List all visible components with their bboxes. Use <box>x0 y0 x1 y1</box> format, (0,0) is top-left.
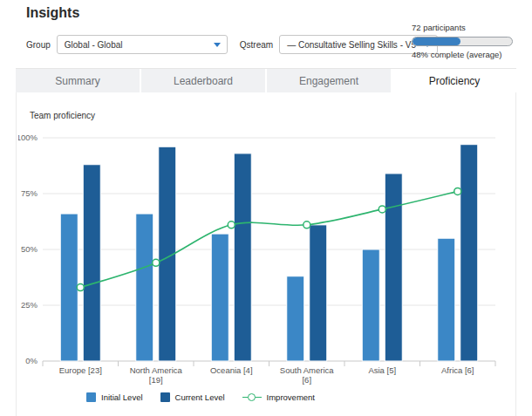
legend-label: Improvement <box>267 392 315 402</box>
legend-item-improvement[interactable]: Improvement <box>242 392 315 402</box>
chart-legend: Initial Level Current Level Improvement <box>86 392 315 402</box>
bar-initial-level[interactable] <box>438 238 455 361</box>
completion-progress-fill <box>413 38 460 45</box>
participants-summary: 72 participants 48% complete (average) <box>412 23 515 59</box>
qstream-select-value: — Consultative Selling Skills - V5 <box>287 40 416 50</box>
bar-current-level[interactable] <box>385 174 402 361</box>
y-axis-tick-label: 25% <box>21 300 38 310</box>
team-proficiency-chart: 0%25%50%75%100%Europe [23]North America[… <box>18 127 507 385</box>
x-axis-category-label: Asia [5] <box>368 365 396 375</box>
qstream-label: Qstream <box>240 40 273 50</box>
bar-initial-level[interactable] <box>362 249 379 361</box>
x-axis-category-label: [19] <box>149 375 163 385</box>
bar-initial-level[interactable] <box>211 234 228 361</box>
completion-average-text: 48% complete (average) <box>412 50 515 59</box>
x-axis-category-label: North America <box>130 365 183 375</box>
bar-current-level[interactable] <box>310 225 327 361</box>
improvement-marker-swatch <box>242 393 262 402</box>
legend-label: Initial Level <box>101 392 143 402</box>
improvement-marker[interactable] <box>228 222 235 228</box>
group-label: Group <box>26 40 51 50</box>
x-axis-category-label: Oceania [4] <box>210 365 253 375</box>
group-select-value: Global - Global <box>65 40 123 50</box>
improvement-marker[interactable] <box>304 222 310 228</box>
group-select[interactable]: Global - Global <box>57 35 228 54</box>
initial-level-swatch <box>86 392 96 402</box>
completion-progress-bar <box>412 37 513 46</box>
bar-initial-level[interactable] <box>136 214 153 361</box>
chevron-down-icon <box>214 43 221 47</box>
improvement-marker[interactable] <box>379 206 385 213</box>
bar-current-level[interactable] <box>460 145 478 361</box>
bar-current-level[interactable] <box>83 165 100 361</box>
filter-controls: Group Global - Global Qstream — Consulta… <box>26 35 438 54</box>
page-title: Insights <box>26 5 79 21</box>
x-axis-category-label: [6] <box>302 375 311 385</box>
y-axis-tick-label: 50% <box>21 244 38 254</box>
y-axis-tick-label: 75% <box>21 188 38 198</box>
x-axis-category-label: Europe [23] <box>59 365 102 375</box>
improvement-marker[interactable] <box>153 259 160 266</box>
legend-label: Current Level <box>175 392 225 402</box>
tab-leaderboard[interactable]: Leaderboard <box>141 69 265 93</box>
current-level-swatch <box>160 392 170 402</box>
participants-count: 72 participants <box>412 23 515 32</box>
legend-item-initial-level[interactable]: Initial Level <box>86 392 143 402</box>
tab-summary[interactable]: Summary <box>16 69 140 93</box>
bar-initial-level[interactable] <box>60 214 78 361</box>
x-axis-category-label: South America <box>280 365 334 375</box>
legend-item-current-level[interactable]: Current Level <box>160 392 225 402</box>
improvement-marker[interactable] <box>454 188 461 194</box>
chart-title: Team proficiency <box>30 111 95 120</box>
insights-page: Insights Group Global - Global Qstream —… <box>0 0 532 416</box>
y-axis-tick-label: 0% <box>25 356 38 365</box>
y-axis-tick-label: 100% <box>18 133 38 142</box>
tab-proficiency[interactable]: Proficiency <box>392 69 516 93</box>
bar-initial-level[interactable] <box>287 276 304 361</box>
insights-tabs: Summary Leaderboard Engagement Proficien… <box>16 68 516 93</box>
x-axis-category-label: Africa [6] <box>441 365 474 375</box>
tab-engagement[interactable]: Engagement <box>267 69 391 93</box>
improvement-marker[interactable] <box>77 284 84 291</box>
bar-current-level[interactable] <box>234 153 251 361</box>
proficiency-panel: Team proficiency 0%25%50%75%100%Europe [… <box>16 92 516 416</box>
